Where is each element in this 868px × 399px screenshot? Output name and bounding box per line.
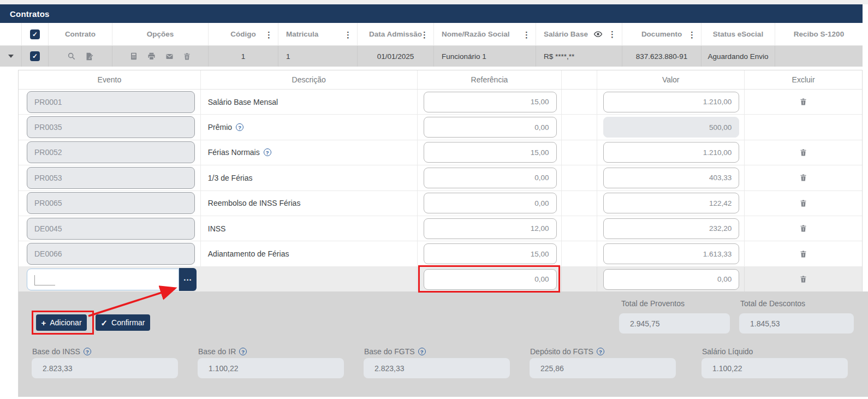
plus-icon: +: [41, 319, 46, 327]
header-data-admissao[interactable]: Data Admissão⋮: [358, 23, 434, 45]
base-fgts-label: Base do FGTS: [364, 347, 426, 356]
valor-input[interactable]: 232,20: [603, 218, 739, 239]
cell-codigo: 1: [209, 46, 278, 67]
evento-code-input[interactable]: DE0045: [27, 218, 195, 240]
event-description: Prêmio: [208, 123, 232, 132]
row-expander[interactable]: [0, 46, 22, 67]
evento-code-input[interactable]: PR0065: [27, 192, 195, 214]
new-valor-input[interactable]: 0,00: [603, 269, 739, 290]
print-icon[interactable]: [147, 52, 156, 61]
cell-nome: Funcionário 1: [434, 46, 536, 67]
referencia-input[interactable]: 12,00: [424, 218, 557, 239]
event-row: PR0053 1/3 de Férias 0,00 403,33: [19, 165, 862, 190]
search-icon[interactable]: [67, 52, 76, 61]
help-icon[interactable]: [239, 348, 247, 355]
detail-header-excluir: Excluir: [745, 70, 862, 89]
help-icon[interactable]: [597, 348, 604, 355]
evento-code-input[interactable]: PR0035: [27, 116, 195, 138]
base-fgts-value: 2.823,33: [364, 358, 510, 378]
header-salario-base[interactable]: Salário Base ⋮: [536, 23, 622, 45]
title-bar: Contratos: [0, 4, 863, 23]
referencia-input[interactable]: 15,00: [424, 92, 557, 112]
evento-code-input[interactable]: PR0052: [27, 141, 195, 163]
header-contrato[interactable]: Contrato: [49, 23, 112, 45]
contract-row[interactable]: ✓ 1 1 01/01/2025 Funcionário 1 R$ ****,*…: [0, 46, 863, 67]
evento-code-input[interactable]: PR0053: [27, 167, 195, 189]
cell-data-admissao: 01/01/2025: [358, 46, 434, 67]
valor-input[interactable]: 1.613,33: [603, 243, 739, 264]
base-inss-label: Base do INSS: [32, 347, 91, 356]
delete-event-icon[interactable]: [799, 174, 807, 182]
header-nome[interactable]: Nome/Razão Social⋮: [434, 23, 536, 45]
referencia-input[interactable]: 0,00: [424, 168, 557, 188]
column-menu-icon[interactable]: ⋮: [265, 30, 273, 38]
select-all-checkbox[interactable]: ✓: [30, 29, 40, 39]
help-icon[interactable]: [264, 148, 271, 156]
delete-icon[interactable]: [183, 52, 191, 61]
base-inss-value: 2.823,33: [32, 358, 178, 378]
new-evento-code-input[interactable]: [27, 269, 179, 290]
header-opcoes[interactable]: Opções: [112, 23, 209, 45]
help-icon[interactable]: [418, 348, 426, 355]
delete-event-icon[interactable]: [799, 98, 807, 106]
confirm-button[interactable]: ✓ Confirmar: [96, 314, 150, 331]
check-icon: ✓: [100, 319, 108, 327]
header-expander: [0, 23, 22, 45]
header-recibo[interactable]: Recibo S-1200: [775, 23, 863, 45]
event-row: DE0066 Adiantamento de Férias 15,00 1.61…: [19, 241, 862, 266]
valor-input[interactable]: 1.210,00: [603, 142, 739, 163]
edit-contract-icon[interactable]: [85, 52, 94, 61]
detail-header-referencia: Referência: [418, 70, 562, 89]
column-menu-icon[interactable]: ⋮: [688, 30, 696, 38]
help-icon[interactable]: [236, 123, 243, 131]
mail-icon[interactable]: [165, 52, 174, 61]
row-select[interactable]: ✓: [22, 46, 49, 67]
header-status-esocial[interactable]: Status eSocial: [701, 23, 775, 45]
evento-code-input[interactable]: DE0066: [27, 243, 195, 265]
delete-event-icon[interactable]: [799, 275, 807, 283]
header-documento[interactable]: Documento⋮: [622, 23, 701, 45]
total-proventos-value: 2.945,75: [619, 313, 730, 334]
event-row: DE0045 INSS 12,00 232,20: [19, 216, 862, 241]
column-menu-icon[interactable]: ⋮: [608, 30, 616, 38]
event-row: PR0001 Salário Base Mensal 15,00 1.210,0…: [19, 90, 862, 115]
deposito-fgts-label: Depósito do FGTS: [530, 347, 604, 356]
total-descontos-label: Total de Descontos: [740, 299, 805, 308]
event-row: PR0035 Prêmio 0,00 500,00: [19, 115, 862, 140]
evento-lookup-button[interactable]: ...: [179, 268, 197, 291]
cell-matricula: 1: [278, 46, 358, 67]
eye-icon[interactable]: [593, 29, 603, 39]
delete-event-icon[interactable]: [799, 250, 807, 258]
row-checkbox[interactable]: ✓: [30, 51, 40, 61]
column-menu-icon[interactable]: ⋮: [344, 30, 352, 38]
event-description: 1/3 de Férias: [208, 174, 253, 182]
column-menu-icon[interactable]: ⋮: [522, 30, 531, 38]
referencia-input[interactable]: 0,00: [424, 193, 557, 213]
referencia-input[interactable]: 0,00: [424, 117, 557, 138]
delete-event-icon[interactable]: [799, 199, 807, 207]
valor-input[interactable]: 1.210,00: [603, 92, 739, 112]
referencia-input[interactable]: 15,00: [424, 142, 557, 163]
header-codigo[interactable]: Código⋮: [209, 23, 278, 45]
header-select-all[interactable]: ✓: [22, 23, 49, 45]
detail-header-spacer: [562, 70, 597, 89]
cell-salario-base: R$ ****,**: [536, 46, 622, 67]
calculator-icon[interactable]: [129, 52, 138, 61]
new-referencia-input[interactable]: 0,00: [424, 269, 557, 290]
add-event-button[interactable]: + Adicionar: [36, 314, 87, 331]
evento-code-input[interactable]: PR0001: [27, 91, 195, 113]
expand-caret-icon: [8, 55, 14, 58]
valor-input[interactable]: 403,33: [603, 168, 739, 188]
referencia-input[interactable]: 15,00: [424, 243, 557, 264]
delete-event-icon[interactable]: [799, 224, 807, 233]
delete-event-icon[interactable]: [799, 148, 807, 157]
base-ir-value: 1.100,22: [198, 358, 344, 378]
total-descontos-value: 1.845,53: [739, 313, 854, 334]
detail-header-valor: Valor: [597, 70, 745, 89]
event-description: Adiantamento de Férias: [208, 249, 289, 258]
header-matricula[interactable]: Matricula⋮: [278, 23, 358, 45]
event-description: INSS: [208, 224, 226, 233]
column-menu-icon[interactable]: ⋮: [420, 30, 429, 38]
help-icon[interactable]: [84, 348, 91, 355]
valor-input[interactable]: 122,42: [603, 193, 739, 213]
